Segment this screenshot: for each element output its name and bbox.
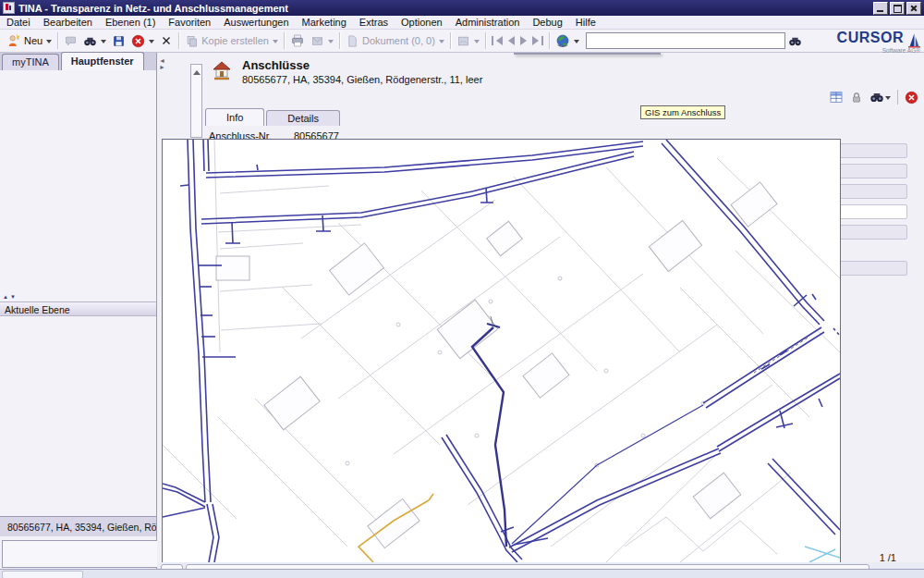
chevron-down-icon (439, 40, 444, 46)
sailboat-icon (908, 32, 920, 48)
image-icon (456, 34, 470, 48)
sidebar-action-iconrow (2, 540, 170, 568)
chevron-down-icon (474, 40, 480, 46)
gis-map[interactable] (162, 139, 841, 563)
save-icon (112, 34, 126, 48)
statusbar-cell (2, 571, 83, 578)
menu-datei[interactable]: Datei (0, 17, 37, 28)
chevron-down-icon[interactable] (574, 40, 579, 46)
form-field[interactable] (837, 164, 907, 178)
find-button[interactable] (869, 90, 891, 105)
current-layer-header: Aktuelle Ebene (0, 301, 156, 316)
menu-favoriten[interactable]: Favoriten (162, 17, 217, 28)
print-button[interactable] (287, 32, 308, 50)
chevron-down-icon[interactable] (101, 40, 106, 46)
chevron-down-icon[interactable] (885, 96, 891, 103)
search-binoculars-button[interactable] (80, 32, 109, 50)
page-title: Anschlüsse (242, 58, 310, 72)
cancel-button[interactable] (128, 32, 157, 50)
tab-details[interactable]: Details (266, 110, 340, 126)
tab-mytina[interactable]: myTINA (2, 54, 59, 70)
mail-icon (310, 34, 324, 48)
binoculars-icon (83, 34, 97, 48)
app-icon (3, 2, 15, 14)
menu-hilfe[interactable]: Hilfe (569, 17, 602, 28)
new-person-icon (6, 33, 21, 48)
image-button[interactable] (454, 32, 482, 50)
chevron-down-icon (273, 40, 278, 46)
nav-next-button[interactable] (517, 32, 529, 50)
page-subtitle: 80565677, HA, 35394, Gießen, Rödgenerstr… (242, 74, 482, 85)
chevron-down-icon[interactable] (149, 40, 154, 46)
close-button[interactable] (906, 2, 921, 15)
lock-icon[interactable] (850, 91, 863, 105)
toolbar: Neu Kopie erstellen Dokument (0, 0) (0, 30, 924, 53)
sidebar-tabs: myTINA Hauptfenster (0, 53, 156, 70)
copy-button[interactable]: Kopie erstellen (182, 32, 281, 50)
menubar: DateiBearbeitenEbenen (1)FavoritenAuswer… (0, 16, 924, 30)
titlebar: TINA - Transparenz in Netz- und Anschlus… (0, 0, 924, 16)
table-view-icon[interactable] (829, 90, 844, 105)
tab-hauptfenster[interactable]: Hauptfenster (61, 52, 144, 70)
cursor-logo: CURSOR Software AG® (837, 31, 920, 54)
globe-icon (555, 33, 570, 48)
menu-administration[interactable]: Administration (449, 17, 527, 28)
tab-info[interactable]: Info (205, 108, 264, 126)
menu-extras[interactable]: Extras (353, 17, 395, 28)
sidebar-shortcut-grid (0, 70, 156, 294)
red-cancel-icon (131, 34, 145, 48)
search-go-button[interactable] (785, 32, 805, 50)
menu-bearbeiten[interactable]: Bearbeiten (37, 17, 99, 28)
printer-icon (290, 33, 305, 48)
statusbar (0, 569, 924, 578)
delete-button[interactable] (157, 32, 176, 50)
binoculars-icon (788, 34, 802, 48)
new-button[interactable]: Neu (4, 32, 55, 50)
map-canvas (163, 140, 840, 562)
mail-button[interactable] (308, 32, 336, 50)
sidebar-bottom-item[interactable]: 80565677, HA, 35394, Gießen, Rödge (0, 516, 156, 536)
form-field[interactable] (837, 261, 907, 276)
search-input[interactable] (586, 32, 785, 49)
chevron-down-icon (328, 40, 334, 46)
menu-debug[interactable]: Debug (526, 17, 568, 28)
close-red-icon[interactable] (905, 91, 918, 105)
content-area: ◄► Anschlüsse 80565677, HA, 35394, Gieße… (157, 53, 924, 569)
form-scrollbar[interactable] (190, 64, 202, 138)
nav-first-button[interactable] (489, 32, 505, 50)
parcel-vertices (346, 277, 705, 467)
content-toolbar-icons (829, 90, 918, 105)
reports-globe-button[interactable] (553, 32, 582, 50)
shortcut-scroll-arrows[interactable]: ▲▼ (3, 294, 18, 300)
maximize-button[interactable] (890, 2, 905, 15)
content-tabs: Info Details (205, 108, 342, 126)
black-x-icon (160, 34, 173, 47)
copy-icon (185, 34, 199, 48)
form-field[interactable] (837, 225, 907, 240)
binoculars-icon (869, 90, 884, 105)
sidebar: myTINA Hauptfenster ▲▼ Aktuelle Ebene 80… (0, 53, 157, 569)
nav-last-button[interactable] (529, 32, 546, 50)
minimize-button[interactable] (873, 2, 888, 15)
save-button[interactable] (109, 32, 128, 50)
cyan-feature (805, 547, 840, 562)
comment-icon (64, 34, 78, 48)
logo-text: CURSOR (837, 31, 904, 45)
menu-auswertungen[interactable]: Auswertungen (217, 17, 295, 28)
splitter-arrows[interactable]: ◄► (159, 57, 165, 70)
tooltip: GIS zum Anschluss (640, 105, 725, 119)
menu-ebenen-[interactable]: Ebenen (1) (99, 17, 162, 28)
reports-dropdown-menu (514, 53, 661, 55)
window-title: TINA - Transparenz in Netz- und Anschlus… (18, 3, 288, 14)
form-field[interactable] (837, 204, 907, 219)
nav-prev-button[interactable] (505, 32, 517, 50)
chevron-down-icon[interactable] (46, 40, 52, 46)
menu-optionen[interactable]: Optionen (395, 17, 449, 28)
document-button[interactable]: Dokument (0, 0) (343, 32, 447, 50)
app-window: TINA - Transparenz in Netz- und Anschlus… (0, 0, 924, 578)
form-field[interactable] (837, 184, 907, 199)
menu-marketing[interactable]: Marketing (296, 17, 353, 28)
form-field[interactable] (837, 143, 907, 158)
comment-button[interactable] (61, 32, 80, 50)
building-outlines (216, 182, 777, 548)
